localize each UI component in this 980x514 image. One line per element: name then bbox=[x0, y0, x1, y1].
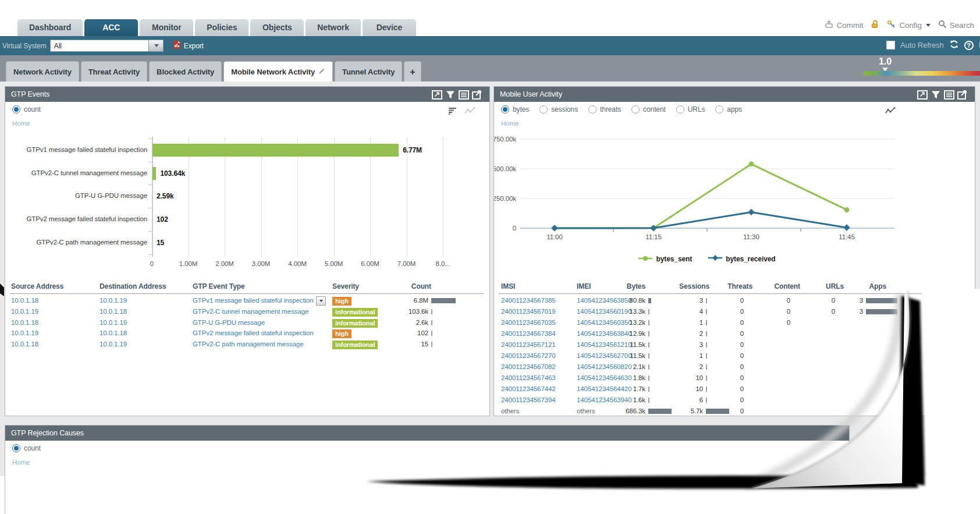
legend-item-bytes_received[interactable]: bytes_received bbox=[708, 254, 775, 263]
value-bar bbox=[706, 298, 707, 303]
column-header-source-address[interactable]: Source Address bbox=[11, 282, 97, 290]
column-header-imsi[interactable]: IMSI bbox=[501, 282, 574, 290]
risk-gradient-bar[interactable] bbox=[864, 71, 980, 76]
mobile-user-row[interactable]: 2400112345673941405412345639401.6k60 bbox=[494, 395, 975, 406]
gtp-event-row[interactable]: 10.0.1.1810.0.1.19GTPv2-C path managemen… bbox=[5, 339, 489, 350]
bar-view-icon[interactable] bbox=[448, 107, 457, 117]
severity-badge: high bbox=[332, 329, 351, 338]
expand-icon[interactable] bbox=[917, 90, 928, 99]
panel-title: GTP Events bbox=[11, 90, 49, 98]
nav-tab-monitor[interactable]: Monitor bbox=[140, 19, 193, 36]
virtual-system-select[interactable]: All bbox=[50, 40, 164, 52]
column-header-destination-address[interactable]: Destination Address bbox=[100, 282, 190, 290]
breadcrumb[interactable]: Home bbox=[12, 120, 30, 127]
gtp-event-row[interactable]: 10.0.1.1910.0.1.18GTPv2-C tunnel managem… bbox=[5, 307, 489, 318]
nav-tab-policies[interactable]: Policies bbox=[195, 19, 248, 36]
acc-tab-threat-activity[interactable]: Threat Activity bbox=[81, 61, 147, 82]
mobile-user-row[interactable]: 24001123456738414054123456384012.9k20 bbox=[494, 329, 975, 340]
mobile-user-row[interactable]: 24001123456701914054123456019013.3k40003 bbox=[494, 307, 975, 318]
series-line-bytes_sent[interactable] bbox=[555, 164, 847, 228]
mobile-user-row[interactable]: 2400112345674631405412345646301.8k100 bbox=[494, 373, 975, 384]
mobile-user-row[interactable]: 2400112345670821405412345608202.1k20 bbox=[494, 362, 975, 373]
mobile-user-row[interactable]: othersothers686.3k5.7k0 bbox=[494, 406, 975, 416]
bar[interactable] bbox=[152, 144, 399, 157]
filter-icon[interactable] bbox=[931, 90, 941, 99]
auto-refresh-checkbox[interactable] bbox=[886, 41, 895, 49]
gtp-event-row[interactable]: 10.0.1.1810.0.1.19GTP-U G-PDU messageinf… bbox=[5, 318, 489, 329]
expand-icon[interactable] bbox=[432, 90, 442, 99]
metric-radio-bytes[interactable]: bytes bbox=[501, 105, 529, 114]
mobile-user-row[interactable]: 24001123456727014054123456270011.5k10 bbox=[494, 351, 975, 362]
metric-radio-label: apps bbox=[727, 105, 742, 114]
pencil-icon[interactable] bbox=[318, 62, 325, 82]
row-dropdown-button[interactable] bbox=[316, 296, 326, 306]
acc-tab-blocked-activity[interactable]: Blocked Activity bbox=[149, 61, 222, 82]
column-header-count[interactable]: Count bbox=[392, 282, 431, 290]
help-icon[interactable]: ? bbox=[964, 41, 974, 50]
metric-radio-count[interactable]: count bbox=[12, 444, 41, 452]
export-button[interactable]: Export bbox=[173, 40, 204, 51]
refresh-icon[interactable] bbox=[949, 40, 959, 51]
breadcrumb[interactable]: Home bbox=[501, 120, 519, 127]
column-header-sessions[interactable]: Sessions bbox=[672, 282, 709, 290]
data-point-bytes_sent[interactable] bbox=[844, 207, 850, 212]
gtp-event-row[interactable]: 10.0.1.1810.0.1.19GTPv1 message failed s… bbox=[5, 296, 489, 307]
acc-tab-network-activity[interactable]: Network Activity bbox=[6, 61, 79, 82]
filter-icon[interactable] bbox=[445, 90, 456, 99]
column-header-bytes[interactable]: Bytes bbox=[608, 282, 645, 290]
value-bar bbox=[431, 342, 432, 347]
column-header-severity[interactable]: Severity bbox=[332, 282, 396, 290]
column-header-threats[interactable]: Threats bbox=[725, 282, 752, 290]
line-view-icon[interactable] bbox=[464, 107, 475, 117]
metric-radio-urls[interactable]: URLs bbox=[676, 105, 705, 114]
column-header-apps[interactable]: Apps bbox=[843, 282, 886, 290]
jump-to-logs-icon[interactable] bbox=[472, 90, 482, 99]
jump-to-logs-icon[interactable] bbox=[957, 90, 968, 99]
column-header-urls[interactable]: URLs bbox=[816, 282, 844, 290]
column-header-content[interactable]: Content bbox=[772, 282, 800, 290]
data-point-bytes_received[interactable] bbox=[551, 225, 558, 231]
radio-icon bbox=[588, 105, 596, 114]
acc-tab-tunnel-activity[interactable]: Tunnel Activity bbox=[335, 61, 402, 82]
metric-radio-apps[interactable]: apps bbox=[715, 105, 742, 114]
data-point-bytes_sent[interactable] bbox=[749, 161, 754, 166]
nav-tab-network[interactable]: Network bbox=[306, 19, 361, 36]
gtp-event-row[interactable]: 10.0.1.1910.0.1.18GTPv2 message failed s… bbox=[5, 328, 489, 339]
breadcrumb[interactable]: Home bbox=[12, 459, 30, 466]
add-tab-button[interactable]: + bbox=[404, 61, 421, 82]
mobile-user-row[interactable]: 24001123456738514054123456385080.8k30003 bbox=[494, 296, 975, 307]
mobile-user-row[interactable]: 24001123456712114054123456121011.5k30 bbox=[494, 340, 975, 351]
metric-radio-content[interactable]: content bbox=[631, 105, 666, 114]
nav-tab-device[interactable]: Device bbox=[363, 19, 416, 36]
table-view-icon[interactable] bbox=[944, 90, 954, 99]
metric-radio-threats[interactable]: threats bbox=[588, 105, 621, 114]
series-line-bytes_received[interactable] bbox=[555, 212, 847, 228]
nav-tab-dashboard[interactable]: Dashboard bbox=[17, 19, 83, 36]
nav-tab-objects[interactable]: Objects bbox=[250, 19, 304, 36]
data-point-bytes_received[interactable] bbox=[843, 224, 850, 231]
mobile-user-row[interactable]: 2400112345674421405412345644201.7k100 bbox=[494, 384, 975, 395]
bar[interactable] bbox=[152, 167, 156, 180]
mobile-user-activity-header: Mobile User Activity bbox=[494, 87, 975, 102]
gtp-events-table: Source AddressDestination AddressGTP Eve… bbox=[5, 282, 489, 416]
commit-button[interactable]: Commit bbox=[825, 20, 863, 30]
search-button[interactable]: Search bbox=[938, 20, 974, 30]
metric-radio-count[interactable]: count bbox=[12, 105, 41, 114]
table-view-icon[interactable] bbox=[459, 90, 469, 99]
cell-imsi: 240011234567394 bbox=[501, 396, 574, 403]
virtual-system-toolbar: Virtual System All Export Auto Refresh ?… bbox=[0, 36, 980, 55]
data-point-bytes_received[interactable] bbox=[748, 209, 754, 215]
line-view-icon[interactable] bbox=[885, 107, 896, 117]
acc-tab-mobile-network-activity[interactable]: Mobile Network Activity bbox=[223, 61, 333, 82]
mobile-user-row[interactable]: 24001123456703514054123456035013.2k100 bbox=[494, 318, 975, 329]
metric-radio-sessions[interactable]: sessions bbox=[539, 105, 578, 114]
cell-imsi: 240011234567384 bbox=[501, 330, 574, 337]
legend-item-bytes_sent[interactable]: bytes_sent bbox=[638, 254, 692, 263]
nav-tab-acc[interactable]: ACC bbox=[84, 19, 138, 36]
value-bar bbox=[706, 387, 707, 392]
virtual-system-dropdown-button[interactable] bbox=[149, 40, 164, 52]
column-header-gtp-event-type[interactable]: GTP Event Type bbox=[193, 282, 331, 290]
chart-view-toggles bbox=[448, 107, 475, 117]
lock-icon[interactable] bbox=[871, 20, 879, 30]
config-menu[interactable]: Config bbox=[887, 20, 930, 30]
